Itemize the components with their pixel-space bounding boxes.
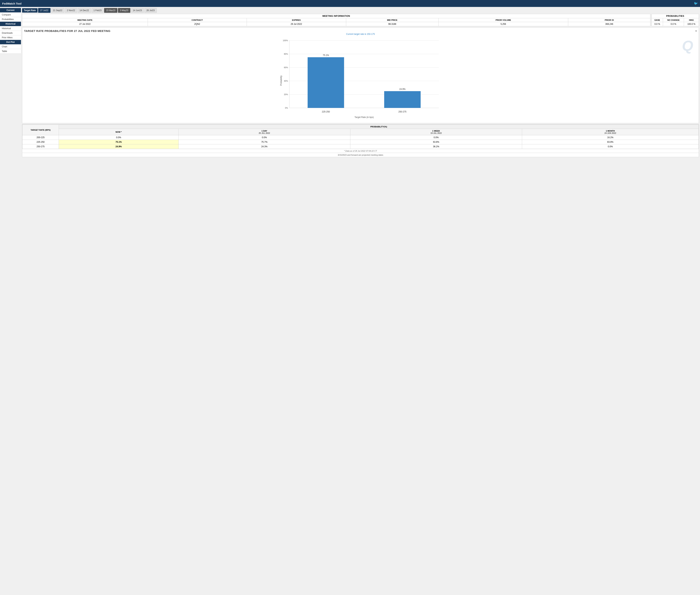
footer-note: 3/15/2023 and forward are projected meet… (22, 153, 699, 157)
col-1week: 1 WEEK19 JUL 2022 (350, 129, 522, 135)
prob-panel-title: PROBABILITIES (652, 14, 699, 18)
cell-meeting-date: 27 Jul 2022 (22, 22, 148, 26)
col-target-rate: TARGET RATE (BPS) (22, 125, 59, 135)
chart-title: TARGET RATE PROBABILITIES FOR 27 JUL 202… (24, 29, 697, 32)
bar-x-250-275: 250-275 (398, 111, 406, 113)
col-1day: 1 DAY25 JUL 2022 (178, 129, 350, 135)
cell-1week-225-250: 63.8% (350, 140, 522, 144)
meeting-info-title: MEETING INFORMATION (22, 14, 650, 18)
app-title: FedWatch Tool (2, 2, 22, 5)
chart-panel: TARGET RATE PROBABILITIES FOR 27 JUL 202… (22, 27, 699, 123)
probabilities-panel: PROBABILITIES EASE NO CHANGE HIKE 0.0 % … (651, 14, 699, 26)
main-content: Target Rate 27 Jul22 21 Sep22 2 Nov22 14… (21, 7, 700, 595)
col-contract: CONTRACT (148, 18, 247, 22)
cell-now-225-250: 75.1% (59, 140, 179, 144)
prob-header: PROBABILITY(%) (59, 125, 699, 129)
tab-27jul22[interactable]: 27 Jul22 (38, 8, 50, 13)
tab-14jun23[interactable]: 14 Jun23 (131, 8, 144, 13)
bar-label-225-250: 75.1% (323, 54, 329, 57)
sidebar-current-header: Current (0, 8, 21, 12)
cell-contract: ZQN2 (148, 22, 247, 26)
cell-1week-200-225: 0.0% (350, 135, 522, 140)
cell-1day-225-250: 75.7% (178, 140, 350, 144)
bar-x-225-250: 225-250 (322, 111, 330, 113)
bottom-panel: TARGET RATE (BPS) PROBABILITY(%) NOW * 1… (22, 124, 699, 157)
table-row-250-275: 250-275 24.9% 24.3% 36.2% 0.0% (22, 144, 699, 149)
cell-1month-250-275: 0.0% (522, 144, 699, 149)
col-1month: 1 MONTH24 JUN 2022 (522, 129, 699, 135)
cell-rate-225-250: 225-250 (22, 140, 59, 144)
tab-bar: Target Rate 27 Jul22 21 Sep22 2 Nov22 14… (22, 8, 699, 13)
table-row-200-225: 200-225 0.0% 0.0% 0.0% 16.2% (22, 135, 699, 140)
col-now: NOW * (59, 129, 179, 135)
meeting-info-table: MEETING DATE CONTRACT EXPIRES MID PRICE … (22, 18, 650, 26)
cell-ease: 0.0 % (652, 22, 663, 26)
bar-250-275 (384, 91, 421, 108)
cell-prior-oi: 368,246 (568, 22, 650, 26)
cell-1day-250-275: 24.3% (178, 144, 350, 149)
y-tick-60: 60% (284, 66, 288, 68)
x-axis-label: Target Rate (in bps) (355, 116, 374, 118)
chart-menu-icon[interactable]: ≡ (695, 29, 697, 33)
col-no-change: NO CHANGE (663, 18, 684, 22)
sidebar-item-probabilities[interactable]: Probabilities (0, 17, 21, 22)
chart-subtitle: Current target rate is 150-175 (24, 33, 697, 35)
sidebar-item-compare[interactable]: Compare (0, 12, 21, 17)
y-tick-80: 80% (284, 53, 288, 55)
y-tick-100: 100% (283, 39, 288, 41)
y-tick-0: 0% (285, 107, 288, 109)
cell-prior-volume: 5,256 (439, 22, 568, 26)
app-header: FedWatch Tool 🐦 (0, 0, 700, 7)
footnote: * Data as of 26 Jul 2022 07:04:22 CT (22, 149, 699, 153)
col-meeting-date: MEETING DATE (22, 18, 148, 22)
y-tick-20: 20% (284, 93, 288, 95)
col-prior-volume: PRIOR VOLUME (439, 18, 568, 22)
sidebar-item-prior-hikes[interactable]: Prior Hikes (0, 35, 21, 40)
meeting-info-panel: MEETING INFORMATION MEETING DATE CONTRAC… (22, 14, 650, 26)
tab-2nov22[interactable]: 2 Nov22 (65, 8, 77, 13)
chart-wrapper: Probability 100% 80% 60% 40% (24, 37, 697, 121)
bottom-table: TARGET RATE (BPS) PROBABILITY(%) NOW * 1… (22, 124, 699, 149)
y-tick-40: 40% (284, 80, 288, 82)
sidebar-item-downloads[interactable]: Downloads (0, 31, 21, 35)
cell-1week-250-275: 36.2% (350, 144, 522, 149)
sidebar-historical-header: Historical (0, 22, 21, 26)
cell-1month-200-225: 16.2% (522, 135, 699, 140)
info-row: MEETING INFORMATION MEETING DATE CONTRAC… (22, 14, 699, 26)
bar-label-250-275: 24.9% (399, 88, 405, 90)
col-expires: EXPIRES (247, 18, 346, 22)
tab-26jul23[interactable]: 26 Jul23 (144, 8, 157, 13)
tab-15mar23[interactable]: 15 Mar23 (104, 8, 117, 13)
cell-now-200-225: 0.0% (59, 135, 179, 140)
col-hike: HIKE (684, 18, 699, 22)
cell-now-250-275: 24.9% (59, 144, 179, 149)
target-rate-label: Target Rate (22, 8, 37, 12)
sidebar-item-table[interactable]: Table (0, 49, 21, 54)
cell-rate-200-225: 200-225 (22, 135, 59, 140)
cell-no-change: 0.0 % (663, 22, 684, 26)
cell-hike: 100.0 % (684, 22, 699, 26)
tab-14dec22[interactable]: 14 Dec22 (78, 8, 91, 13)
tab-1feb23[interactable]: 1 Feb23 (91, 8, 104, 13)
sidebar-item-chart[interactable]: Chart (0, 45, 21, 49)
sidebar-dotplot-header: Dot Plot (0, 40, 21, 44)
twitter-icon[interactable]: 🐦 (694, 1, 698, 5)
prob-table: EASE NO CHANGE HIKE 0.0 % 0.0 % 100.0 % (652, 18, 699, 26)
prob-row: 0.0 % 0.0 % 100.0 % (652, 22, 699, 26)
y-axis-label: Probability (280, 76, 282, 86)
cell-1day-200-225: 0.0% (178, 135, 350, 140)
sidebar-item-historical[interactable]: Historical (0, 26, 21, 31)
sidebar: Current Compare Probabilities Historical… (0, 7, 21, 595)
cell-expires: 29 Jul 2022 (247, 22, 346, 26)
table-row-225-250: 225-250 75.1% 75.7% 63.8% 83.8% (22, 140, 699, 144)
cell-1month-225-250: 83.8% (522, 140, 699, 144)
bar-225-250 (308, 57, 344, 108)
meeting-info-row: 27 Jul 2022 ZQN2 29 Jul 2022 98.3188 5,2… (22, 22, 650, 26)
col-mid-price: MID PRICE (346, 18, 439, 22)
tab-3may23[interactable]: 3 May23 (118, 8, 130, 13)
cell-rate-250-275: 250-275 (22, 144, 59, 149)
cell-mid-price: 98.3188 (346, 22, 439, 26)
col-prior-oi: PRIOR OI (568, 18, 650, 22)
col-ease: EASE (652, 18, 663, 22)
tab-21sep22[interactable]: 21 Sep22 (51, 8, 64, 13)
